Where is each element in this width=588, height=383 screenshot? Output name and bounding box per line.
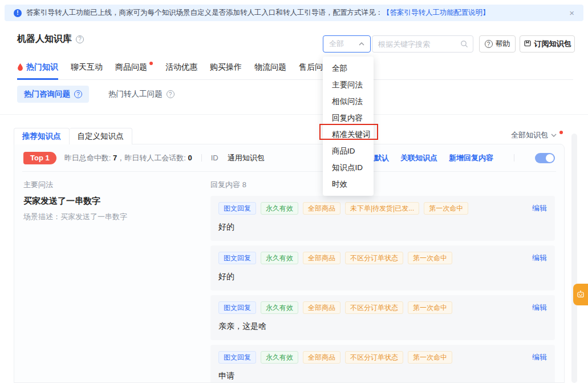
search-category-value: 全部 — [329, 39, 344, 49]
help-button[interactable]: ? 帮助 — [479, 35, 516, 53]
product-scope-tag: 全部商品 — [303, 202, 340, 215]
tab-product-questions[interactable]: 商品问题 — [115, 61, 153, 80]
chevron-down-icon — [551, 134, 557, 137]
tab-label: 热门知识 — [26, 61, 58, 72]
subscribe-icon — [524, 39, 532, 49]
reply-type-tag: 图文回复 — [218, 301, 256, 314]
reply-content-text: 申请 — [218, 371, 547, 381]
banner-config-link[interactable]: 【答案引导转人工功能配置说明】 — [383, 8, 490, 18]
hot-drop-icon — [17, 63, 23, 71]
reply-type-tag: 图文回复 — [218, 351, 256, 364]
toggle-knob — [546, 154, 554, 162]
red-dot-badge — [559, 131, 563, 134]
dropdown-option-main-question[interactable]: 主要问法 — [323, 76, 374, 93]
scrollbar[interactable] — [571, 134, 577, 383]
dropdown-option-validity[interactable]: 时效 — [323, 176, 374, 192]
product-scope-tag: 全部商品 — [303, 301, 340, 314]
tab-label: 活动优惠 — [165, 61, 197, 72]
knowledge-point-card: Top 1 昨日总命中数: 7，昨日转人工会话数: 0 ID 通用知识包 恢复默… — [14, 144, 565, 383]
tab-logistics-questions[interactable]: 物流问题 — [254, 61, 286, 80]
dropdown-option-all[interactable]: 全部 — [323, 60, 374, 76]
sub-tabs: 热门咨询问题 ? 热门转人工问题 ? — [17, 86, 175, 103]
question-column: 主要问法 买家发送了一串数字 场景描述：买家发送了一串数字 — [23, 179, 204, 383]
add-reply-content-link[interactable]: 新增回复内容 — [449, 153, 493, 163]
tab-recommended-knowledge[interactable]: 推荐知识点 — [14, 128, 70, 144]
order-status-tag: 未下单|待发货|已发... — [345, 202, 419, 215]
dropdown-option-reply-content[interactable]: 回复内容 — [323, 110, 374, 126]
dropdown-option-product-id[interactable]: 商品ID — [323, 143, 374, 159]
reply-type-tag: 图文回复 — [218, 252, 256, 264]
robot-assistant-fab[interactable] — [573, 284, 588, 305]
knowledge-point-tabs: 推荐知识点 自定义知识点 — [14, 128, 132, 144]
banner-close-icon[interactable]: × — [569, 9, 574, 17]
id-label: ID — [211, 154, 218, 162]
tab-hot-knowledge[interactable]: 热门知识 — [17, 61, 58, 80]
search-icon[interactable] — [460, 40, 468, 48]
divider — [514, 154, 514, 162]
tab-activity-discount[interactable]: 活动优惠 — [165, 61, 197, 80]
tag-row: 图文回复 永久有效 全部商品 未下单|待发货|已发... 第一次命中 编辑 — [218, 202, 547, 215]
question-circle-icon[interactable]: ? — [74, 90, 82, 98]
hit-rule-tag: 第一次命中 — [424, 202, 468, 215]
banner-text: 答案引导转人工功能已上线，商家可为每个知识场景自定义是否添加转人工入口和转人工引… — [26, 8, 383, 18]
tag-row: 图文回复 永久有效 全部商品 不区分订单状态 第一次命中 编辑 — [218, 301, 547, 314]
reply-content-text: 亲亲，这是啥 — [218, 321, 547, 332]
dropdown-option-knowledge-id[interactable]: 知识点ID — [323, 159, 374, 176]
page-title: 机器人知识库 ? — [17, 33, 84, 45]
reply-count: 8 — [242, 180, 246, 189]
title-help-icon[interactable]: ? — [76, 35, 84, 43]
product-scope-tag: 全部商品 — [303, 351, 340, 364]
enable-toggle[interactable] — [535, 153, 555, 163]
search-input[interactable] — [372, 35, 473, 53]
tag-row: 图文回复 永久有效 全部商品 不区分订单状态 第一次命中 编辑 — [218, 252, 547, 264]
tab-label: 聊天互动 — [71, 61, 103, 72]
tab-purchase-operation[interactable]: 购买操作 — [210, 61, 242, 80]
subscribe-package-button[interactable]: 订阅知识包 — [520, 35, 575, 53]
package-filter-dropdown[interactable]: 全部知识包 — [511, 130, 563, 140]
hit-rule-tag: 第一次命中 — [408, 351, 452, 364]
help-button-label: 帮助 — [496, 39, 510, 49]
tab-custom-knowledge[interactable]: 自定义知识点 — [70, 128, 132, 144]
robot-icon — [576, 290, 585, 299]
section-divider — [0, 114, 588, 115]
question-circle-icon[interactable]: ? — [167, 90, 175, 98]
reply-item: 图文回复 永久有效 全部商品 不区分订单状态 第一次命中 编辑 申请 — [210, 345, 555, 383]
subtab-label: 热门咨询问题 — [24, 89, 70, 99]
dropdown-option-exact-keyword[interactable]: 精准关键词 — [323, 126, 374, 143]
keyword-search — [372, 35, 473, 53]
reply-column: 回复内容 8 图文回复 永久有效 全部商品 未下单|待发货|已发... 第一次命… — [210, 179, 555, 383]
chevron-up-icon — [359, 42, 364, 46]
reply-content-label: 回复内容 8 — [210, 180, 555, 190]
edit-link[interactable]: 编辑 — [532, 203, 547, 213]
kb-tab-label: 自定义知识点 — [78, 131, 124, 142]
order-status-tag: 不区分订单状态 — [345, 351, 403, 364]
subtab-hot-consult-questions[interactable]: 热门咨询问题 ? — [17, 86, 89, 103]
main-tabs: 热门知识 聊天互动 商品问题 活动优惠 购买操作 物流问题 售后问题 — [17, 61, 331, 80]
tab-chat-interaction[interactable]: 聊天互动 — [71, 61, 103, 80]
link-knowledge-point-link[interactable]: 关联知识点 — [400, 153, 437, 163]
subtab-hot-transfer-questions[interactable]: 热门转人工问题 ? — [108, 89, 175, 99]
tab-label: 购买操作 — [210, 61, 242, 72]
page-title-text: 机器人知识库 — [17, 33, 72, 45]
reply-item: 图文回复 永久有效 全部商品 不区分订单状态 第一次命中 编辑 好的 — [210, 245, 555, 291]
search-category-dropdown-menu: 全部 主要问法 相似问法 回复内容 精准关键词 商品ID 知识点ID 时效 — [323, 57, 374, 196]
tab-label: 物流问题 — [254, 61, 286, 72]
search-category-select[interactable]: 全部 — [323, 35, 371, 53]
dropdown-option-similar-question[interactable]: 相似问法 — [323, 93, 374, 110]
edit-link[interactable]: 编辑 — [532, 303, 547, 313]
question-label: 主要问法 — [23, 180, 204, 190]
info-circle-icon: ! — [14, 9, 22, 17]
divider — [201, 154, 202, 162]
reply-content-text: 好的 — [218, 222, 547, 232]
kb-tab-label: 推荐知识点 — [22, 131, 61, 142]
edit-link[interactable]: 编辑 — [532, 253, 547, 263]
order-status-tag: 不区分订单状态 — [345, 252, 403, 264]
edit-link[interactable]: 编辑 — [532, 352, 547, 362]
scene-description: 场景描述：买家发送了一串数字 — [23, 212, 204, 222]
reply-item: 图文回复 永久有效 全部商品 不区分订单状态 第一次命中 编辑 亲亲，这是啥 — [210, 295, 555, 340]
hit-stats: 昨日总命中数: 7，昨日转人工会话数: 0 — [64, 153, 192, 163]
tab-label: 商品问题 — [115, 61, 147, 72]
notice-banner: ! 答案引导转人工功能已上线，商家可为每个知识场景自定义是否添加转人工入口和转人… — [5, 5, 583, 21]
order-status-tag: 不区分订单状态 — [345, 301, 403, 314]
card-body: 主要问法 买家发送了一串数字 场景描述：买家发送了一串数字 回复内容 8 图文回… — [14, 172, 564, 383]
